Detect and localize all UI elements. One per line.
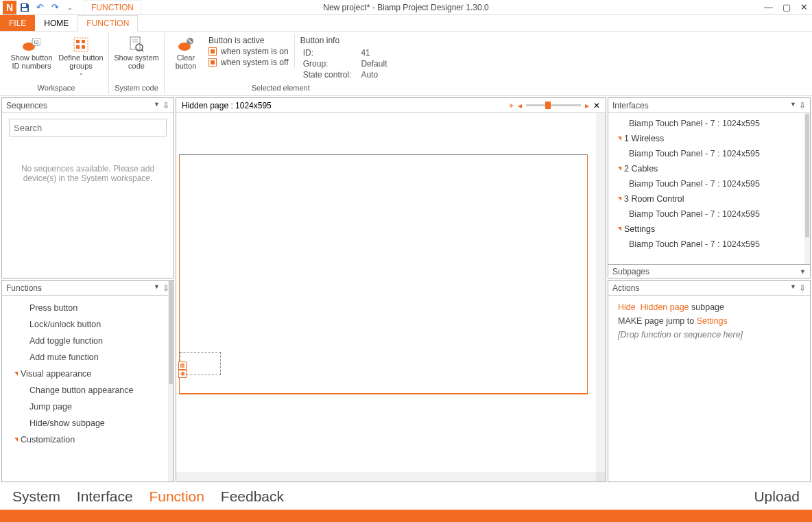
action-drop-hint[interactable]: [Drop function or sequence here] <box>618 330 800 340</box>
nav-upload[interactable]: Upload <box>754 488 800 505</box>
svg-rect-9 <box>82 45 85 49</box>
functions-panel: Functions ▼⇩ Press button Lock/unlock bu… <box>1 280 174 482</box>
chevron-down-icon[interactable]: ▼ <box>790 283 796 293</box>
tab-function[interactable]: FUNCTION <box>77 15 138 32</box>
pin-icon[interactable]: ⇩ <box>163 101 169 110</box>
subpages-header[interactable]: Subpages ▼ <box>608 264 810 278</box>
chevron-down-icon[interactable]: ▼ <box>154 101 160 110</box>
pin-icon[interactable]: ⇩ <box>799 101 806 110</box>
list-item[interactable]: Hide/show subpage <box>2 415 174 431</box>
svg-rect-1 <box>22 8 27 11</box>
scrollbar[interactable] <box>804 113 810 264</box>
sequences-empty-text: No sequences available. Please add devic… <box>9 164 167 183</box>
list-item[interactable]: Press button <box>2 300 174 316</box>
left-column: Sequences ▼⇩ No sequences available. Ple… <box>1 97 174 482</box>
triangle-down-icon <box>618 197 621 201</box>
actions-panel: Actions ▼⇩ Hide Hidden page subpage MAKE… <box>608 280 811 482</box>
undo-icon[interactable]: ↶ <box>33 1 47 14</box>
info-group-value: Default <box>361 59 387 69</box>
list-item[interactable]: Add mute function <box>2 349 174 366</box>
right-column: Interfaces ▼⇩ Biamp Touch Panel - 7 : 10… <box>608 97 811 482</box>
tree-item[interactable]: Biamp Touch Panel - 7 : 1024x595 <box>608 237 810 252</box>
save-icon[interactable] <box>18 1 32 14</box>
tree-category[interactable]: 3 Room Control <box>608 191 810 206</box>
canvas-title: Hidden page : 1024x595 <box>182 101 272 110</box>
nav-system[interactable]: System <box>12 488 60 504</box>
status-bar <box>0 510 812 522</box>
functions-header[interactable]: Functions ▼⇩ <box>2 281 174 296</box>
zoom-out-icon[interactable]: ◂ <box>518 101 522 110</box>
interfaces-header[interactable]: Interfaces ▼⇩ <box>608 98 810 113</box>
tab-home[interactable]: HOME <box>35 15 77 31</box>
action-line[interactable]: Hide Hidden page subpage <box>618 302 800 312</box>
svg-rect-0 <box>22 4 26 7</box>
when-system-off-checkbox[interactable]: when system is off <box>208 58 289 67</box>
scrollbar-corner <box>596 472 606 482</box>
list-item[interactable]: Jump page <box>2 399 174 415</box>
info-group-key: Group: <box>303 59 352 69</box>
minimize-icon[interactable]: ― <box>764 2 773 12</box>
chevron-down-icon[interactable]: ▼ <box>790 101 796 110</box>
zoom-in-icon[interactable]: ▸ <box>585 101 589 110</box>
clear-icon <box>178 36 194 54</box>
maximize-icon[interactable]: ▢ <box>783 2 791 12</box>
app-logo-icon[interactable]: N <box>3 1 16 14</box>
svg-rect-10 <box>130 37 140 49</box>
nav-function[interactable]: Function <box>149 488 204 504</box>
tree-item[interactable]: Biamp Touch Panel - 7 : 1024x595 <box>608 116 810 131</box>
target-icon[interactable]: ⌖ <box>509 101 514 110</box>
actions-header[interactable]: Actions ▼⇩ <box>608 281 810 296</box>
tree-category[interactable]: 2 Cables <box>608 161 810 176</box>
window-title: New project* - Biamp Project Designer 1.… <box>323 3 488 12</box>
chevron-down-icon[interactable]: ▼ <box>800 268 806 275</box>
ribbon-group-system-code: Show system code System code <box>109 33 165 94</box>
vertical-scrollbar[interactable] <box>596 113 606 472</box>
actions-body[interactable]: Hide Hidden page subpage MAKE page jump … <box>608 296 810 482</box>
triangle-down-icon <box>14 372 18 376</box>
nav-interface[interactable]: Interface <box>77 488 133 504</box>
when-system-on-checkbox[interactable]: when system is on <box>208 47 289 56</box>
horizontal-scrollbar[interactable] <box>176 472 596 482</box>
svg-point-16 <box>187 38 193 45</box>
tree-category[interactable]: Settings <box>608 222 810 237</box>
button-active-label: Button is active <box>208 36 289 45</box>
list-item[interactable]: Lock/unlock button <box>2 316 174 333</box>
canvas-page[interactable]: ▦ ◉ <box>179 154 588 394</box>
functions-category[interactable]: Visual appearance <box>2 366 174 382</box>
list-item[interactable]: Change button appearance <box>2 382 174 399</box>
handle-icon[interactable]: ◉ <box>178 370 187 378</box>
zoom-slider[interactable] <box>526 104 581 106</box>
search-input[interactable] <box>9 119 167 137</box>
zoom-controls[interactable]: ⌖ ◂ ▸ ✕ <box>509 101 600 110</box>
scrollbar[interactable] <box>168 281 174 482</box>
tree-item[interactable]: Biamp Touch Panel - 7 : 1024x595 <box>608 206 810 222</box>
redo-icon[interactable]: ↷ <box>48 1 62 14</box>
pin-icon[interactable]: ⇩ <box>799 283 806 293</box>
tree-item[interactable]: Biamp Touch Panel - 7 : 1024x595 <box>608 146 810 161</box>
handle-icon[interactable]: ▦ <box>178 361 187 370</box>
functions-category[interactable]: Customization <box>2 431 174 448</box>
show-system-code-button[interactable]: Show system code <box>113 34 160 70</box>
svg-rect-3 <box>32 38 40 45</box>
nav-feedback[interactable]: Feedback <box>221 488 284 504</box>
sequences-title: Sequences <box>6 101 47 110</box>
chevron-down-icon[interactable]: ▼ <box>154 283 160 293</box>
ribbon-group-label: Workspace <box>38 84 75 93</box>
list-item[interactable]: Add toggle function <box>2 333 174 349</box>
close-icon[interactable]: ✕ <box>593 101 600 110</box>
sequences-header[interactable]: Sequences ▼⇩ <box>2 98 174 113</box>
svg-line-17 <box>188 39 192 43</box>
canvas-area[interactable]: ▦ ◉ <box>176 113 606 482</box>
bottom-nav: System Interface Function Feedback Uploa… <box>0 484 812 510</box>
tree-category[interactable]: 1 Wireless <box>608 131 810 146</box>
clear-button[interactable]: Clear button <box>169 34 203 70</box>
qat-dropdown-icon[interactable]: ⌄ <box>63 1 77 14</box>
action-line[interactable]: MAKE page jump to Settings <box>618 316 800 326</box>
close-icon[interactable]: ✕ <box>800 2 808 12</box>
define-button-groups-button[interactable]: Define button groups ⌄ <box>58 34 104 76</box>
tree-item[interactable]: Biamp Touch Panel - 7 : 1024x595 <box>608 176 810 191</box>
tab-file[interactable]: FILE <box>0 15 35 31</box>
svg-rect-8 <box>76 45 80 49</box>
show-button-ids-button[interactable]: ID Show button ID numbers <box>8 34 55 70</box>
triangle-down-icon <box>14 438 18 442</box>
